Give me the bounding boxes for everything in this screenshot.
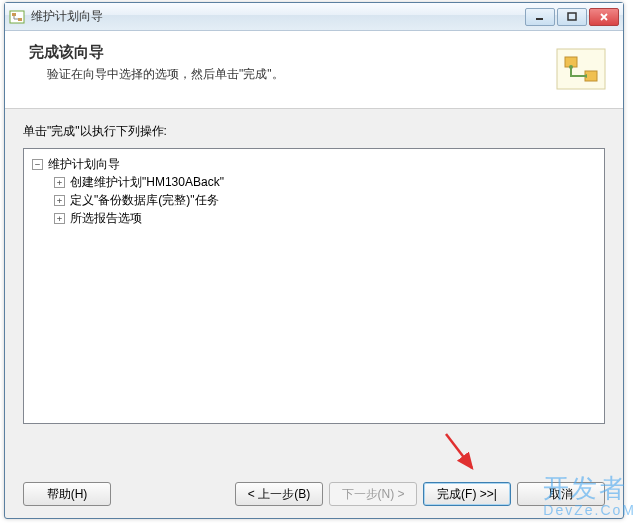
expand-icon[interactable]: + [54, 195, 65, 206]
app-icon [9, 9, 25, 25]
minimize-button[interactable] [525, 8, 555, 26]
expand-icon[interactable]: + [54, 213, 65, 224]
next-button: 下一步(N) > [329, 482, 417, 506]
tree-node-child[interactable]: + 创建维护计划"HM130ABack" [54, 173, 598, 191]
tree-child-label: 所选报告选项 [70, 209, 142, 227]
tree-root-label: 维护计划向导 [48, 155, 120, 173]
instruction-text: 单击"完成"以执行下列操作: [23, 123, 605, 140]
window-title: 维护计划向导 [31, 8, 523, 25]
tree-node-root[interactable]: − 维护计划向导 [32, 155, 598, 173]
page-title: 完成该向导 [29, 43, 555, 62]
back-button[interactable]: < 上一步(B) [235, 482, 323, 506]
button-bar: 帮助(H) < 上一步(B) 下一步(N) > 完成(F) >>| 取消 [5, 482, 623, 506]
tree-node-child[interactable]: + 定义"备份数据库(完整)"任务 [54, 191, 598, 209]
wizard-header: 完成该向导 验证在向导中选择的选项，然后单击"完成"。 [5, 31, 623, 109]
expand-icon[interactable]: + [54, 177, 65, 188]
help-button[interactable]: 帮助(H) [23, 482, 111, 506]
tree-child-label: 创建维护计划"HM130ABack" [70, 173, 224, 191]
summary-tree[interactable]: − 维护计划向导 + 创建维护计划"HM130ABack" + 定义"备份数据库… [23, 148, 605, 424]
collapse-icon[interactable]: − [32, 159, 43, 170]
wizard-content: 单击"完成"以执行下列操作: − 维护计划向导 + 创建维护计划"HM130AB… [5, 109, 623, 424]
svg-rect-0 [10, 11, 24, 23]
finish-button[interactable]: 完成(F) >>| [423, 482, 511, 506]
svg-rect-2 [18, 18, 22, 21]
close-button[interactable] [589, 8, 619, 26]
svg-rect-4 [568, 13, 576, 20]
titlebar: 维护计划向导 [5, 3, 623, 31]
wizard-window: 维护计划向导 完成该向导 验证在向导中选择的选项，然后单击"完成"。 [4, 2, 624, 519]
page-description: 验证在向导中选择的选项，然后单击"完成"。 [47, 66, 555, 83]
cancel-button[interactable]: 取消 [517, 482, 605, 506]
tree-child-label: 定义"备份数据库(完整)"任务 [70, 191, 219, 209]
svg-rect-1 [12, 13, 16, 16]
svg-point-8 [569, 65, 573, 69]
wizard-icon [555, 43, 607, 95]
maximize-button[interactable] [557, 8, 587, 26]
tree-node-child[interactable]: + 所选报告选项 [54, 209, 598, 227]
svg-rect-5 [557, 49, 605, 89]
